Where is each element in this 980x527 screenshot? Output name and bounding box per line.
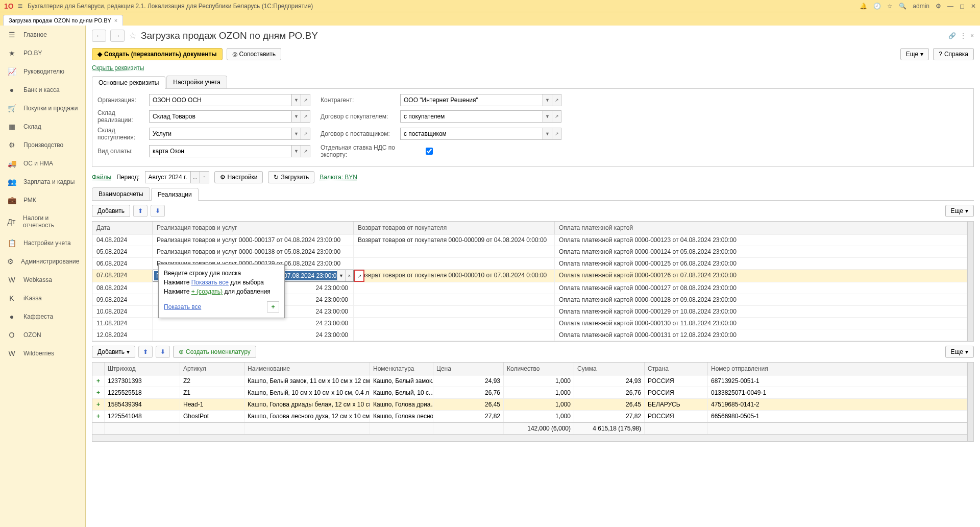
- item-row[interactable]: +1237301393Z2Кашпо, Белый замок, 11 см х…: [92, 375, 967, 387]
- col-article[interactable]: Артикул: [180, 363, 244, 375]
- nav-back-button[interactable]: ←: [92, 30, 106, 42]
- open-icon[interactable]: ↗: [552, 110, 561, 123]
- sidebar-item[interactable]: 🚚ОС и НМА: [0, 154, 85, 173]
- table-row[interactable]: 12.08.202424 23:00:00Оплата платежной ка…: [92, 329, 967, 341]
- menu-icon[interactable]: ≡: [18, 2, 22, 11]
- close-page-icon[interactable]: ×: [970, 32, 974, 39]
- history-icon[interactable]: 🕘: [873, 3, 881, 10]
- whp-input[interactable]: [149, 128, 292, 140]
- expand-icon[interactable]: +: [92, 375, 105, 387]
- item-row[interactable]: +1585439394Head-1Кашпо, Голова дриады бе…: [92, 399, 967, 411]
- sidebar-item[interactable]: ☰Главное: [0, 26, 85, 44]
- col-shipment[interactable]: Номер отправления: [708, 363, 967, 375]
- tab-sales[interactable]: Реализации: [151, 188, 199, 201]
- sidebar-item[interactable]: ★РО.BY: [0, 44, 85, 62]
- nav-forward-button[interactable]: →: [110, 30, 125, 42]
- contr-input[interactable]: [400, 94, 543, 106]
- expand-icon[interactable]: +: [92, 399, 105, 410]
- sidebar-item[interactable]: 💼РМК: [0, 191, 85, 209]
- org-input[interactable]: [149, 94, 292, 106]
- col-payment[interactable]: Оплата платежной картой: [555, 222, 967, 234]
- close-icon[interactable]: ✕: [971, 3, 976, 10]
- open-icon[interactable]: ↗: [301, 145, 310, 157]
- dropdown-icon[interactable]: ▼: [543, 128, 552, 140]
- settings-icon[interactable]: ⚙: [936, 3, 941, 10]
- sidebar-item[interactable]: ▦Склад: [0, 117, 85, 136]
- star-icon[interactable]: ☆: [887, 3, 893, 10]
- dropdown-icon[interactable]: ▼: [292, 145, 301, 157]
- add-plus-button[interactable]: +: [267, 301, 279, 313]
- sidebar-item[interactable]: ●Банк и касса: [0, 81, 85, 99]
- dropdown-icon[interactable]: ▼: [292, 128, 301, 140]
- minimize-icon[interactable]: —: [947, 3, 953, 10]
- sidebar-item[interactable]: ⚙Производство: [0, 136, 85, 154]
- tab-close-icon[interactable]: ×: [114, 17, 117, 23]
- nds-checkbox[interactable]: [426, 148, 433, 155]
- add-row-button[interactable]: Добавить: [92, 205, 130, 217]
- search-icon[interactable]: 🔍: [899, 3, 906, 10]
- period-step-icon[interactable]: ÷: [200, 171, 209, 183]
- dropdown-icon[interactable]: ▼: [292, 94, 301, 106]
- expand-icon[interactable]: +: [92, 411, 105, 422]
- dropdown-icon[interactable]: ▼: [292, 110, 301, 123]
- more-icon[interactable]: ⋮: [960, 32, 966, 39]
- create-link[interactable]: + (создать): [191, 288, 223, 295]
- table-row[interactable]: 05.08.2024Реализация товаров и услуг 000…: [92, 246, 967, 258]
- add-item-button[interactable]: Добавить ▾: [92, 346, 135, 358]
- sidebar-item[interactable]: 📈Руководителю: [0, 62, 85, 81]
- files-link[interactable]: Файлы: [92, 174, 111, 181]
- load-button[interactable]: ↻ Загрузить: [268, 171, 314, 183]
- document-tab[interactable]: Загрузка продаж OZON по дням РО.BY ×: [3, 15, 123, 26]
- col-price[interactable]: Цена: [433, 363, 504, 375]
- pay-input[interactable]: [149, 145, 292, 157]
- open-icon[interactable]: ↗: [552, 128, 561, 140]
- vscroll[interactable]: [967, 222, 973, 341]
- more-button[interactable]: Еще ▾: [900, 48, 929, 60]
- hide-details-link[interactable]: Скрыть реквизиты: [92, 64, 144, 71]
- link-icon[interactable]: 🔗: [948, 32, 956, 39]
- items-more-button[interactable]: Еще ▾: [945, 346, 974, 358]
- sidebar-item[interactable]: WWebkassa: [0, 271, 85, 289]
- whs-input[interactable]: [149, 110, 292, 123]
- sidebar-item[interactable]: ⚙Администрирование: [0, 252, 85, 271]
- user-label[interactable]: admin: [913, 3, 929, 10]
- favorite-icon[interactable]: ☆: [129, 30, 137, 41]
- tab-main-details[interactable]: Основные реквизиты: [92, 76, 165, 89]
- clear-icon[interactable]: ×: [345, 270, 353, 281]
- dropdown-icon[interactable]: ▼: [337, 270, 345, 281]
- col-country[interactable]: Страна: [645, 363, 708, 375]
- col-barcode[interactable]: Штрихкод: [105, 363, 180, 375]
- sidebar-item[interactable]: 👥Зарплата и кадры: [0, 173, 85, 191]
- dog-cust-input[interactable]: [400, 110, 543, 123]
- open-icon[interactable]: ↗: [301, 110, 310, 123]
- help-button[interactable]: ? Справка: [933, 48, 974, 60]
- bell-icon[interactable]: 🔔: [860, 3, 867, 10]
- sidebar-item[interactable]: ●Каффеста: [0, 307, 85, 326]
- move-down-icon[interactable]: ⬇: [156, 346, 170, 358]
- col-nomenclature[interactable]: Номенклатура: [370, 363, 433, 375]
- sidebar-item[interactable]: 🛒Покупки и продажи: [0, 99, 85, 117]
- item-row[interactable]: +1225541048GhostPotКашпо, Голова лесного…: [92, 411, 967, 422]
- dropdown-icon[interactable]: ▼: [543, 94, 552, 106]
- compare-button[interactable]: ◎Сопоставить: [227, 48, 281, 60]
- maximize-icon[interactable]: ◻: [960, 3, 965, 10]
- tab-settlements[interactable]: Взаиморасчеты: [92, 187, 150, 200]
- sidebar-item[interactable]: KiKassa: [0, 289, 85, 307]
- move-down-icon[interactable]: ⬇: [151, 205, 165, 217]
- sidebar-item[interactable]: WWildberries: [0, 344, 85, 363]
- tab-accounting-settings[interactable]: Настройки учета: [166, 76, 227, 88]
- open-icon[interactable]: ↗: [552, 94, 561, 106]
- open-ref-button[interactable]: ↗: [354, 270, 364, 282]
- sidebar-item[interactable]: 📋Настройки учета: [0, 234, 85, 252]
- show-all-footer-link[interactable]: Показать все: [164, 303, 201, 310]
- move-up-icon[interactable]: ⬆: [133, 205, 148, 217]
- settings-button[interactable]: ⚙ Настройки: [214, 171, 263, 183]
- sidebar-item[interactable]: OOZON: [0, 326, 85, 344]
- table-row[interactable]: 11.08.202424 23:00:00Оплата платежной ка…: [92, 318, 967, 329]
- col-name[interactable]: Наименование: [244, 363, 370, 375]
- col-return[interactable]: Возврат товаров от покупателя: [354, 222, 555, 234]
- period-more-icon[interactable]: …: [191, 171, 200, 183]
- currency-link[interactable]: Валюта: BYN: [320, 174, 357, 181]
- table-row[interactable]: 04.08.2024Реализация товаров и услуг 000…: [92, 234, 967, 246]
- period-input[interactable]: [145, 171, 191, 183]
